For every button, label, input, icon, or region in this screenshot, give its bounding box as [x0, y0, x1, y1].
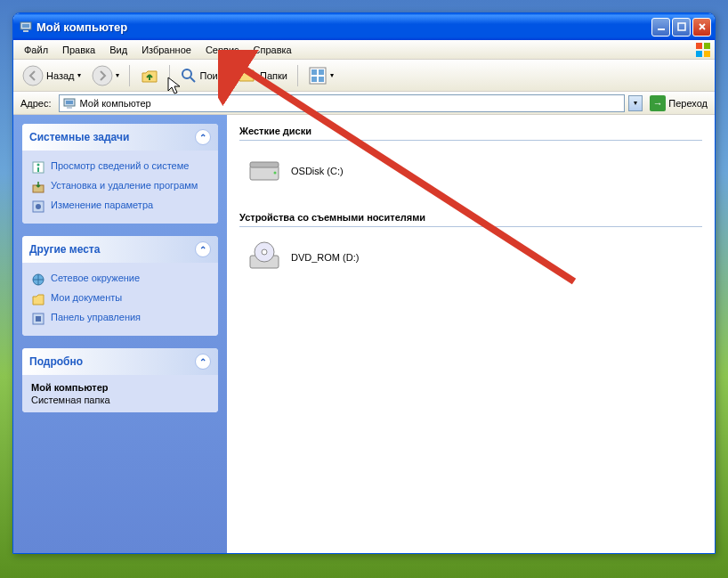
detail-name: Мой компьютер: [31, 382, 209, 393]
content-area: Жесткие диски OSDisk (C:) Устройства со …: [227, 115, 715, 553]
panel-header[interactable]: Другие места ⌃: [22, 236, 218, 263]
menu-view[interactable]: Вид: [102, 42, 134, 58]
dvd-icon: [247, 240, 282, 275]
collapse-icon: ⌃: [195, 241, 211, 257]
link-label: Просмотр сведений о системе: [51, 160, 189, 171]
link-label: Изменение параметра: [51, 199, 153, 210]
my-computer-icon: [62, 96, 77, 110]
svg-rect-19: [67, 107, 72, 109]
svg-rect-30: [250, 162, 279, 167]
place-control-panel[interactable]: Панель управления: [31, 309, 209, 329]
panel-system-tasks: Системные задачи ⌃ Просмотр сведений о с…: [22, 124, 218, 224]
detail-type: Системная папка: [31, 395, 209, 405]
panel-body: Мой компьютер Системная папка: [22, 375, 218, 412]
control-panel-icon: [31, 312, 45, 326]
svg-point-31: [274, 172, 277, 175]
svg-rect-18: [66, 101, 73, 104]
address-dropdown[interactable]: ▾: [628, 95, 643, 111]
toolbar: Назад ▾ ▾ Поиск Папки ▾: [13, 60, 715, 92]
up-button[interactable]: [136, 63, 163, 88]
info-icon: [31, 160, 45, 175]
separator: [297, 65, 298, 86]
views-button[interactable]: ▾: [304, 63, 337, 88]
svg-rect-2: [23, 30, 28, 32]
svg-rect-28: [36, 316, 41, 322]
menu-help[interactable]: Справка: [247, 42, 299, 58]
link-label: Сетевое окружение: [51, 273, 140, 283]
task-add-remove[interactable]: Установка и удаление программ: [31, 177, 209, 197]
go-button[interactable]: → Переход: [646, 94, 711, 113]
svg-rect-15: [311, 77, 317, 82]
minimize-button[interactable]: [651, 18, 670, 37]
folders-button[interactable]: Папки: [234, 63, 291, 88]
search-label: Поиск: [200, 70, 227, 81]
back-label: Назад: [46, 70, 75, 81]
folders-label: Папки: [260, 70, 287, 81]
menu-tools[interactable]: Сервис: [198, 42, 247, 58]
collapse-icon: ⌃: [195, 354, 211, 370]
menu-favorites[interactable]: Избранное: [134, 42, 198, 58]
go-icon: →: [650, 95, 666, 111]
forward-button[interactable]: ▾: [88, 62, 123, 89]
documents-icon: [31, 292, 45, 306]
menu-edit[interactable]: Правка: [55, 42, 102, 58]
address-field[interactable]: Мой компьютер: [59, 94, 626, 112]
titlebar[interactable]: Мой компьютер: [13, 13, 715, 40]
menu-file[interactable]: Файл: [17, 42, 55, 58]
watermark: FAQLIB.RU: [565, 514, 710, 542]
svg-rect-7: [696, 51, 702, 57]
search-button[interactable]: Поиск: [176, 64, 231, 87]
panel-body: Просмотр сведений о системе Установка и …: [22, 151, 218, 224]
link-label: Панель управления: [51, 312, 141, 322]
place-mydocs[interactable]: Мои документы: [31, 289, 209, 309]
address-value: Мой компьютер: [80, 98, 151, 109]
group-heading: Устройства со съемными носителями: [239, 208, 702, 227]
folder-up-icon: [140, 66, 159, 85]
svg-point-25: [36, 204, 41, 209]
chevron-down-icon: ▾: [77, 71, 81, 79]
panel-header[interactable]: Системные задачи ⌃: [22, 124, 218, 151]
link-label: Мои документы: [51, 292, 122, 303]
back-button[interactable]: Назад ▾: [19, 62, 85, 89]
drive-item[interactable]: OSDisk (C:): [239, 150, 702, 192]
maximize-button[interactable]: [672, 18, 691, 37]
svg-point-10: [93, 66, 112, 85]
window-title: Мой компьютер: [36, 20, 651, 34]
svg-rect-14: [319, 69, 324, 75]
panel-body: Сетевое окружение Мои документы Панель у…: [22, 263, 218, 336]
panel-header[interactable]: Подробно ⌃: [22, 348, 218, 375]
views-icon: [308, 66, 328, 85]
panel-title: Системные задачи: [29, 131, 129, 143]
drive-label: OSDisk (C:): [291, 166, 344, 176]
chevron-down-icon: ▾: [330, 71, 334, 79]
svg-rect-4: [678, 23, 685, 30]
search-icon: [180, 67, 198, 85]
task-change-setting[interactable]: Изменение параметра: [31, 197, 209, 216]
sidebar: Системные задачи ⌃ Просмотр сведений о с…: [13, 115, 227, 553]
svg-point-9: [23, 66, 43, 85]
explorer-window: Мой компьютер Файл Правка Вид Избранное …: [12, 12, 716, 554]
address-label: Адрес:: [17, 98, 55, 109]
separator: [169, 65, 170, 86]
svg-point-21: [37, 164, 40, 167]
install-icon: [31, 180, 45, 194]
svg-rect-3: [658, 28, 665, 30]
go-label: Переход: [668, 98, 708, 109]
svg-rect-8: [704, 51, 710, 57]
hdd-icon: [247, 153, 282, 189]
panel-title: Подробно: [29, 355, 83, 368]
place-network[interactable]: Сетевое окружение: [31, 270, 209, 289]
task-system-info[interactable]: Просмотр сведений о системе: [31, 158, 209, 177]
folders-icon: [238, 66, 257, 85]
svg-point-34: [262, 249, 267, 255]
drive-item[interactable]: DVD_ROM (D:): [239, 236, 702, 279]
svg-rect-13: [311, 69, 317, 75]
window-buttons: [651, 18, 711, 37]
link-label: Установка и удаление программ: [51, 180, 198, 191]
drive-label: DVD_ROM (D:): [291, 252, 359, 263]
close-button[interactable]: [692, 18, 711, 37]
group-heading: Жесткие диски: [239, 122, 702, 141]
body: Системные задачи ⌃ Просмотр сведений о с…: [13, 115, 715, 553]
svg-point-11: [182, 69, 191, 78]
svg-rect-6: [704, 43, 710, 49]
